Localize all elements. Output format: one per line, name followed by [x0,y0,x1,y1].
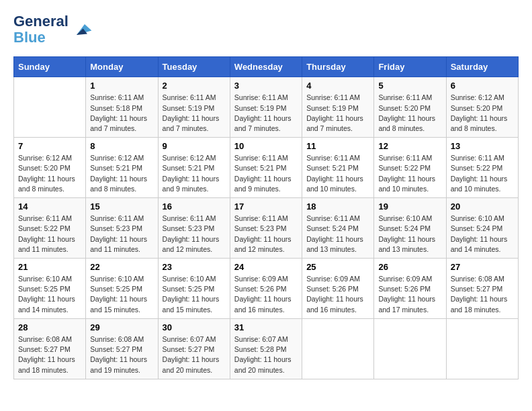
calendar-cell: 6Sunrise: 6:12 AM Sunset: 5:20 PM Daylig… [446,77,518,138]
day-info: Sunrise: 6:10 AM Sunset: 5:25 PM Dayligh… [163,274,226,315]
day-info: Sunrise: 6:11 AM Sunset: 5:23 PM Dayligh… [163,214,226,255]
day-info: Sunrise: 6:10 AM Sunset: 5:25 PM Dayligh… [90,274,153,315]
calendar-week-row: 14Sunrise: 6:11 AM Sunset: 5:22 PM Dayli… [14,198,519,259]
day-number: 20 [451,201,514,212]
weekday-header: Friday [374,57,446,77]
weekday-header: Saturday [446,57,518,77]
day-info: Sunrise: 6:12 AM Sunset: 5:20 PM Dayligh… [451,93,514,134]
day-number: 29 [90,322,153,332]
calendar-cell: 24Sunrise: 6:09 AM Sunset: 5:26 PM Dayli… [230,259,302,319]
weekday-header: Tuesday [158,57,230,77]
day-info: Sunrise: 6:11 AM Sunset: 5:24 PM Dayligh… [306,214,369,255]
logo-text: GeneralBlue [13,13,69,46]
calendar-table: SundayMondayTuesdayWednesdayThursdayFrid… [13,56,519,379]
weekday-header: Wednesday [230,57,302,77]
weekday-header: Thursday [302,57,374,77]
calendar-cell: 28Sunrise: 6:08 AM Sunset: 5:27 PM Dayli… [14,318,86,379]
day-number: 21 [18,262,81,272]
day-number: 10 [234,141,298,151]
day-number: 22 [90,262,153,272]
day-number: 2 [163,81,226,91]
day-number: 13 [451,141,514,151]
day-info: Sunrise: 6:09 AM Sunset: 5:26 PM Dayligh… [378,274,441,315]
day-info: Sunrise: 6:11 AM Sunset: 5:19 PM Dayligh… [163,93,226,134]
day-info: Sunrise: 6:11 AM Sunset: 5:19 PM Dayligh… [306,93,369,134]
day-info: Sunrise: 6:11 AM Sunset: 5:21 PM Dayligh… [234,153,298,194]
day-info: Sunrise: 6:11 AM Sunset: 5:18 PM Dayligh… [90,93,153,134]
day-info: Sunrise: 6:12 AM Sunset: 5:21 PM Dayligh… [163,153,226,194]
calendar-cell: 17Sunrise: 6:11 AM Sunset: 5:23 PM Dayli… [230,198,302,259]
calendar-cell: 21Sunrise: 6:10 AM Sunset: 5:25 PM Dayli… [14,259,86,319]
calendar-cell [302,318,374,379]
calendar-cell [14,77,86,138]
calendar-cell: 5Sunrise: 6:11 AM Sunset: 5:20 PM Daylig… [374,77,446,138]
day-info: Sunrise: 6:11 AM Sunset: 5:20 PM Dayligh… [378,93,441,134]
calendar-cell: 13Sunrise: 6:11 AM Sunset: 5:22 PM Dayli… [446,138,518,198]
calendar-cell: 3Sunrise: 6:11 AM Sunset: 5:19 PM Daylig… [230,77,302,138]
day-number: 5 [378,81,441,91]
weekday-header: Monday [86,57,158,77]
day-number: 9 [163,141,226,151]
day-info: Sunrise: 6:11 AM Sunset: 5:19 PM Dayligh… [234,93,298,134]
calendar-cell: 29Sunrise: 6:08 AM Sunset: 5:27 PM Dayli… [86,318,158,379]
day-info: Sunrise: 6:08 AM Sunset: 5:27 PM Dayligh… [451,274,514,315]
day-number: 4 [306,81,369,91]
day-number: 28 [18,322,81,332]
day-number: 30 [163,322,226,332]
day-info: Sunrise: 6:07 AM Sunset: 5:28 PM Dayligh… [234,334,298,375]
calendar-cell: 11Sunrise: 6:11 AM Sunset: 5:21 PM Dayli… [302,138,374,198]
day-info: Sunrise: 6:11 AM Sunset: 5:23 PM Dayligh… [90,214,153,255]
day-number: 18 [306,201,369,212]
calendar-week-row: 28Sunrise: 6:08 AM Sunset: 5:27 PM Dayli… [14,318,519,379]
day-info: Sunrise: 6:11 AM Sunset: 5:22 PM Dayligh… [451,153,514,194]
calendar-cell: 20Sunrise: 6:10 AM Sunset: 5:24 PM Dayli… [446,198,518,259]
calendar-cell: 9Sunrise: 6:12 AM Sunset: 5:21 PM Daylig… [158,138,230,198]
calendar-cell [374,318,446,379]
calendar-cell [446,318,518,379]
logo-icon [71,19,93,40]
logo: GeneralBlue [13,13,93,46]
calendar-week-row: 7Sunrise: 6:12 AM Sunset: 5:20 PM Daylig… [14,138,519,198]
day-info: Sunrise: 6:07 AM Sunset: 5:27 PM Dayligh… [163,334,226,375]
calendar-cell: 25Sunrise: 6:09 AM Sunset: 5:26 PM Dayli… [302,259,374,319]
day-number: 7 [18,141,81,151]
calendar-cell: 1Sunrise: 6:11 AM Sunset: 5:18 PM Daylig… [86,77,158,138]
calendar-cell: 15Sunrise: 6:11 AM Sunset: 5:23 PM Dayli… [86,198,158,259]
calendar-cell: 14Sunrise: 6:11 AM Sunset: 5:22 PM Dayli… [14,198,86,259]
calendar-cell: 26Sunrise: 6:09 AM Sunset: 5:26 PM Dayli… [374,259,446,319]
day-info: Sunrise: 6:11 AM Sunset: 5:22 PM Dayligh… [18,214,81,255]
page-header: GeneralBlue [13,13,519,46]
day-info: Sunrise: 6:11 AM Sunset: 5:22 PM Dayligh… [378,153,441,194]
calendar-cell: 12Sunrise: 6:11 AM Sunset: 5:22 PM Dayli… [374,138,446,198]
day-number: 23 [163,262,226,272]
day-info: Sunrise: 6:10 AM Sunset: 5:25 PM Dayligh… [18,274,81,315]
day-number: 12 [378,141,441,151]
day-number: 27 [451,262,514,272]
day-number: 31 [234,322,298,332]
calendar-cell: 22Sunrise: 6:10 AM Sunset: 5:25 PM Dayli… [86,259,158,319]
day-info: Sunrise: 6:12 AM Sunset: 5:20 PM Dayligh… [18,153,81,194]
day-number: 15 [90,201,153,212]
weekday-header: Sunday [14,57,86,77]
day-number: 26 [378,262,441,272]
day-number: 6 [451,81,514,91]
calendar-week-row: 21Sunrise: 6:10 AM Sunset: 5:25 PM Dayli… [14,259,519,319]
day-info: Sunrise: 6:08 AM Sunset: 5:27 PM Dayligh… [18,334,81,375]
calendar-cell: 8Sunrise: 6:12 AM Sunset: 5:21 PM Daylig… [86,138,158,198]
calendar-cell: 7Sunrise: 6:12 AM Sunset: 5:20 PM Daylig… [14,138,86,198]
day-info: Sunrise: 6:08 AM Sunset: 5:27 PM Dayligh… [90,334,153,375]
calendar-cell: 16Sunrise: 6:11 AM Sunset: 5:23 PM Dayli… [158,198,230,259]
day-info: Sunrise: 6:12 AM Sunset: 5:21 PM Dayligh… [90,153,153,194]
day-info: Sunrise: 6:09 AM Sunset: 5:26 PM Dayligh… [306,274,369,315]
day-number: 19 [378,201,441,212]
day-number: 11 [306,141,369,151]
day-number: 1 [90,81,153,91]
calendar-cell: 19Sunrise: 6:10 AM Sunset: 5:24 PM Dayli… [374,198,446,259]
day-number: 25 [306,262,369,272]
calendar-header: SundayMondayTuesdayWednesdayThursdayFrid… [14,57,519,77]
calendar-cell: 27Sunrise: 6:08 AM Sunset: 5:27 PM Dayli… [446,259,518,319]
calendar-cell: 2Sunrise: 6:11 AM Sunset: 5:19 PM Daylig… [158,77,230,138]
day-info: Sunrise: 6:10 AM Sunset: 5:24 PM Dayligh… [378,214,441,255]
day-number: 16 [163,201,226,212]
day-info: Sunrise: 6:11 AM Sunset: 5:23 PM Dayligh… [234,214,298,255]
